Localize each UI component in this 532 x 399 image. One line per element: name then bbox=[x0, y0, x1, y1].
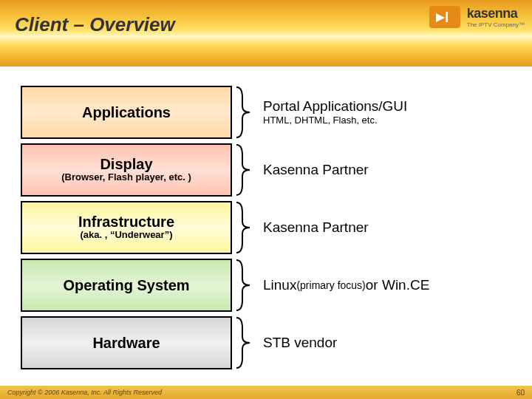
layer-box-infrastructure: Infrastructure (aka. , “Underwear”) bbox=[21, 201, 232, 254]
layer-title: Hardware bbox=[92, 335, 160, 351]
layer-row: Hardware STB vendor bbox=[21, 316, 511, 369]
stack-diagram: Applications Portal Applications/GUI HTM… bbox=[21, 85, 511, 373]
layer-desc: Kasenna Partner bbox=[259, 219, 511, 236]
slide-title: Client – Overview bbox=[15, 13, 175, 36]
layer-row: Infrastructure (aka. , “Underwear”) Kase… bbox=[21, 200, 511, 254]
layer-row: Applications Portal Applications/GUI HTM… bbox=[21, 85, 511, 139]
footer-bar: Copyright © 2006 Kasenna, Inc. All Right… bbox=[0, 386, 532, 399]
desc-tail: or Win.CE bbox=[366, 277, 430, 293]
layer-box-applications: Applications bbox=[21, 86, 232, 139]
brace-icon bbox=[232, 86, 259, 139]
brace-icon bbox=[232, 259, 259, 312]
play-icon bbox=[429, 6, 460, 28]
layer-desc: Linux (primary focus) or Win.CE bbox=[259, 277, 511, 293]
layer-desc: Kasenna Partner bbox=[259, 162, 511, 178]
layer-desc: STB vendor bbox=[259, 335, 511, 351]
page-number: 60 bbox=[516, 389, 525, 397]
brace-icon bbox=[232, 201, 259, 254]
layer-box-display: Display (Browser, Flash player, etc. ) bbox=[21, 143, 232, 197]
layer-desc: Portal Applications/GUI HTML, DHTML, Fla… bbox=[259, 98, 511, 126]
desc-main: STB vendor bbox=[263, 335, 337, 351]
logo-tagline: The IPTV Company™ bbox=[467, 21, 525, 28]
brand-logo: kasenna The IPTV Company™ bbox=[429, 6, 525, 31]
layer-row: Operating System Linux (primary focus) o… bbox=[21, 258, 511, 312]
desc-main: Linux bbox=[263, 277, 296, 293]
layer-title: Applications bbox=[82, 104, 171, 120]
logo-name: kasenna bbox=[467, 6, 525, 21]
layer-title: Infrastructure bbox=[78, 214, 174, 230]
desc-main: Kasenna Partner bbox=[263, 162, 369, 178]
brace-icon bbox=[232, 316, 259, 369]
layer-box-os: Operating System bbox=[21, 259, 232, 312]
desc-paren: (primary focus) bbox=[296, 279, 365, 291]
desc-sub: HTML, DHTML, Flash, etc. bbox=[263, 115, 511, 126]
layer-title: Operating System bbox=[63, 277, 189, 293]
layer-subtitle: (aka. , “Underwear”) bbox=[81, 230, 173, 240]
layer-box-hardware: Hardware bbox=[21, 316, 232, 369]
layer-subtitle: (Browser, Flash player, etc. ) bbox=[61, 172, 191, 183]
title-banner: Client – Overview kasenna The IPTV Compa… bbox=[0, 0, 532, 66]
layer-row: Display (Browser, Flash player, etc. ) K… bbox=[21, 143, 511, 197]
layer-title: Display bbox=[100, 156, 152, 172]
desc-main: Portal Applications/GUI bbox=[263, 98, 407, 115]
brace-icon bbox=[232, 143, 259, 197]
desc-main: Kasenna Partner bbox=[263, 219, 369, 236]
copyright-text: Copyright © 2006 Kasenna, Inc. All Right… bbox=[7, 389, 162, 396]
